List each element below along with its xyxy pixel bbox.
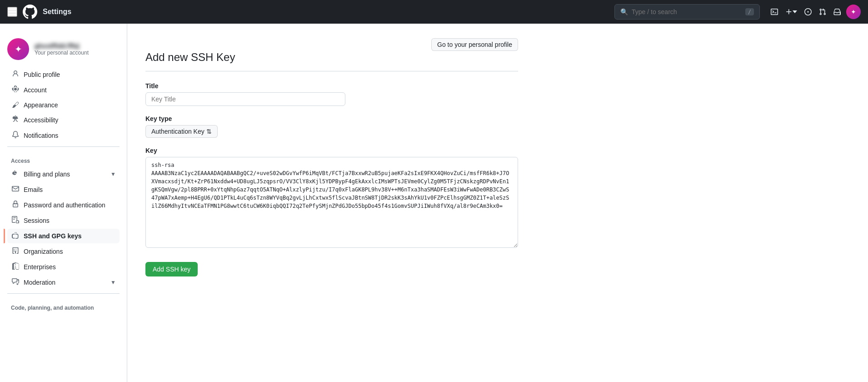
sidebar-item-accessibility[interactable]: Accessibility: [7, 113, 120, 127]
key-type-form-group: Key type Authentication Key ⇅: [145, 115, 518, 138]
sidebar-item-label: Appearance: [24, 101, 58, 109]
key-textarea[interactable]: ssh-rsa AAAAB3NzaC1yc2EAAAADAQABAABgQC2/…: [145, 157, 518, 248]
emails-icon: [11, 185, 20, 194]
plus-button[interactable]: [783, 6, 799, 17]
hamburger-menu-button[interactable]: [7, 7, 17, 17]
enterprises-icon: [11, 262, 20, 271]
sidebar-item-account[interactable]: Account: [7, 83, 120, 97]
pullrequest-button[interactable]: [817, 6, 828, 17]
ssh-icon: [11, 231, 20, 241]
chevron-down-icon: ▼: [110, 279, 116, 286]
sidebar-item-ssh[interactable]: SSH and GPG keys: [7, 229, 120, 243]
settings-sidebar: ✦ ghostffidd.fffa) Your personal account…: [0, 24, 127, 382]
notifications-icon: [11, 131, 20, 140]
key-type-value: Authentication Key: [151, 128, 205, 135]
sidebar-profile: ✦ ghostffidd.fffa) Your personal account: [7, 35, 120, 67]
sessions-icon: [11, 216, 20, 225]
search-slash-key: /: [745, 8, 754, 15]
sidebar-avatar: ✦: [7, 38, 29, 60]
accessibility-icon: [11, 116, 20, 125]
main-content: Go to your personal profile Add new SSH …: [127, 24, 536, 382]
sidebar-item-appearance[interactable]: 🖌 Appearance: [7, 98, 120, 112]
personal-profile-button[interactable]: Go to your personal profile: [431, 38, 518, 51]
key-label: Key: [145, 147, 518, 154]
sidebar-divider: [7, 146, 120, 147]
svg-rect-2: [8, 14, 16, 15]
code-section-label: Code, planning, and automation: [7, 297, 120, 314]
chevron-down-icon: ⇅: [206, 128, 212, 135]
sidebar-item-password[interactable]: Password and authentication: [7, 198, 120, 212]
sidebar-item-label: Sessions: [24, 217, 50, 224]
sidebar-item-notifications[interactable]: Notifications: [7, 128, 120, 143]
sidebar-username: ghostffidd.fffa): [35, 42, 89, 50]
svg-rect-1: [8, 11, 16, 12]
sidebar-item-emails[interactable]: Emails: [7, 182, 120, 197]
sidebar-item-label: Organizations: [24, 248, 63, 255]
chevron-down-icon: ▼: [110, 171, 116, 177]
sidebar-item-label: Moderation: [24, 279, 55, 286]
sidebar-item-label: Billing and plans: [24, 171, 70, 178]
add-ssh-key-button[interactable]: Add SSH key: [145, 262, 198, 276]
sidebar-item-sessions[interactable]: Sessions: [7, 213, 120, 228]
settings-title: Settings: [43, 8, 71, 16]
moderation-icon: [11, 278, 20, 287]
sidebar-item-label: Account: [24, 86, 47, 94]
title-form-group: Title: [145, 82, 518, 106]
github-logo[interactable]: [23, 5, 37, 19]
sidebar-item-public-profile[interactable]: Public profile: [7, 67, 120, 82]
sidebar-item-label: SSH and GPG keys: [24, 232, 82, 240]
sidebar-item-label: Notifications: [24, 132, 58, 139]
sidebar-profile-info: ghostffidd.fffa) Your personal account: [35, 42, 89, 56]
sidebar-item-label: Accessibility: [24, 116, 58, 124]
key-type-dropdown[interactable]: Authentication Key ⇅: [145, 125, 218, 138]
sidebar-item-label: Password and authentication: [24, 201, 105, 209]
password-icon: [11, 201, 20, 210]
public-profile-icon: [11, 70, 20, 79]
sidebar-item-label: Enterprises: [24, 263, 56, 271]
search-box[interactable]: 🔍 /: [614, 4, 760, 20]
account-icon: [11, 85, 20, 95]
page-layout: ✦ ghostffidd.fffa) Your personal account…: [0, 24, 868, 382]
sidebar-item-organizations[interactable]: Organizations: [7, 244, 120, 259]
key-type-label: Key type: [145, 115, 518, 122]
title-label: Title: [145, 82, 518, 90]
sidebar-item-enterprises[interactable]: Enterprises: [7, 260, 120, 274]
organizations-icon: [11, 247, 20, 256]
sidebar-item-moderation[interactable]: Moderation ▼: [7, 275, 120, 290]
sidebar-item-label: Emails: [24, 186, 43, 193]
search-input[interactable]: [632, 8, 742, 15]
page-title: Add new SSH Key: [145, 51, 518, 71]
inbox-button[interactable]: [832, 6, 843, 17]
appearance-icon: 🖌: [11, 101, 20, 109]
key-form-group: Key ssh-rsa AAAAB3NzaC1yc2EAAAADAQABAABg…: [145, 147, 518, 249]
access-section-label: Access: [7, 151, 120, 167]
search-icon: 🔍: [620, 8, 628, 15]
user-avatar[interactable]: ✦: [846, 5, 861, 19]
issues-button[interactable]: [803, 6, 813, 17]
topnav: Settings 🔍 / ✦: [0, 0, 868, 24]
title-input[interactable]: [145, 92, 345, 106]
sidebar-divider-2: [7, 293, 120, 294]
sidebar-account-type: Your personal account: [35, 50, 89, 56]
terminal-button[interactable]: [769, 6, 780, 17]
sidebar-item-billing[interactable]: Billing and plans ▼: [7, 167, 120, 181]
sidebar-item-label: Public profile: [24, 71, 60, 78]
billing-icon: [11, 170, 20, 179]
topnav-actions: ✦: [769, 5, 861, 19]
svg-rect-0: [8, 9, 16, 10]
